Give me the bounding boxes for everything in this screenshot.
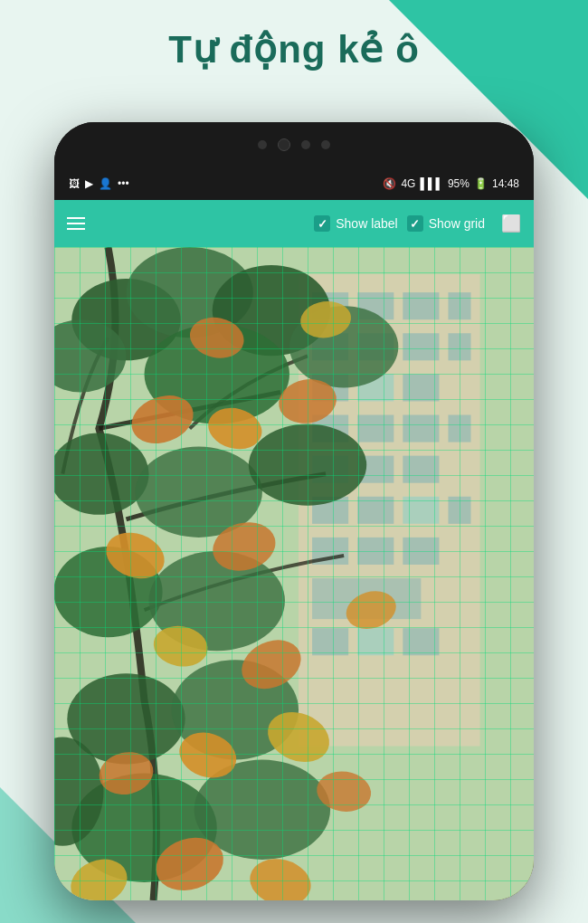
show-grid-checkbox[interactable]: ✓ [407, 215, 423, 232]
main-image-area [54, 247, 534, 900]
more-status-icon: ••• [118, 177, 129, 190]
status-left: 🖼 ▶ 👤 ••• [69, 177, 129, 190]
signal-text: 4G [401, 177, 415, 190]
status-bar: 🖼 ▶ 👤 ••• 🔇 4G ▌▌▌ 95% 🔋 14:48 [54, 167, 534, 200]
window-icon[interactable]: ⬜ [501, 214, 521, 233]
app-title: Tự động kẻ ô [0, 27, 588, 71]
show-grid-text: Show grid [429, 216, 485, 231]
status-right: 🔇 4G ▌▌▌ 95% 🔋 14:48 [383, 177, 519, 190]
mute-icon: 🔇 [383, 177, 396, 190]
phone-device: 🖼 ▶ 👤 ••• 🔇 4G ▌▌▌ 95% 🔋 14:48 [54, 122, 534, 900]
signal-bars: ▌▌▌ [420, 177, 443, 190]
time-display: 14:48 [492, 177, 519, 190]
battery-icon: 🔋 [474, 177, 488, 190]
show-label-text: Show label [336, 216, 398, 231]
battery-text: 95% [448, 177, 469, 190]
person-status-icon: 👤 [99, 177, 112, 190]
app-toolbar: ✓ Show label ✓ Show grid ⬜ [54, 200, 534, 247]
camera-dot-2 [301, 140, 310, 149]
show-grid-option[interactable]: ✓ Show grid [407, 215, 485, 232]
phone-screen: 🖼 ▶ 👤 ••• 🔇 4G ▌▌▌ 95% 🔋 14:48 [54, 167, 534, 900]
play-status-icon: ▶ [85, 177, 93, 190]
grid-overlay [54, 247, 534, 900]
camera-dot-3 [321, 140, 330, 149]
image-status-icon: 🖼 [69, 177, 80, 190]
show-label-option[interactable]: ✓ Show label [314, 215, 398, 232]
hamburger-line-3 [67, 228, 85, 230]
menu-button[interactable] [67, 217, 85, 230]
camera-main [278, 138, 290, 151]
hamburger-line-2 [67, 223, 85, 224]
phone-top-bar [54, 122, 534, 167]
hamburger-line-1 [67, 217, 85, 219]
camera-dot-1 [258, 140, 267, 149]
show-label-checkbox[interactable]: ✓ [314, 215, 330, 232]
